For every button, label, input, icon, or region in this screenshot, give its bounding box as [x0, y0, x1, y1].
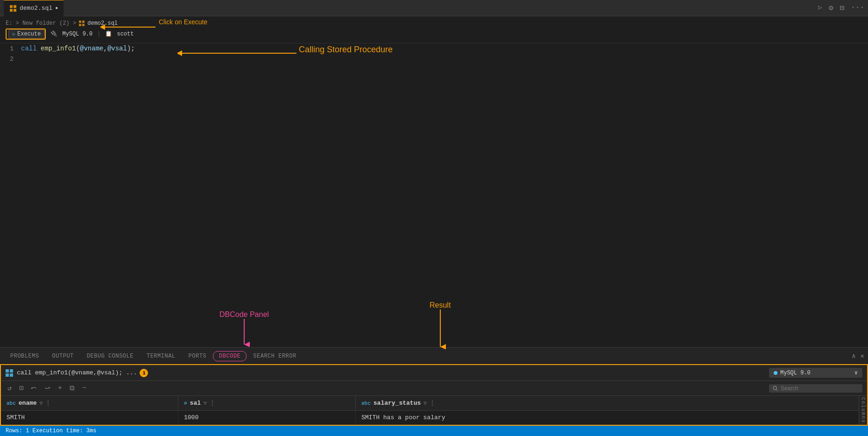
breadcrumb-row: E: > New folder (2) > demo2.sql — [6, 20, 118, 27]
svg-line-21 — [776, 389, 777, 390]
run-icon[interactable]: ▷ — [818, 3, 822, 13]
func-name: emp_info1 — [41, 45, 76, 52]
tab-terminal[interactable]: TERMINAL — [140, 351, 182, 361]
connection-label: MySQL 9.0 — [62, 31, 92, 37]
dbcode-results-wrapper: call emp_info1(@vname,@vsal); ... 1 MySQ… — [0, 364, 868, 426]
panel-collapse-icon[interactable]: ∧ — [852, 352, 855, 360]
undo-icon[interactable]: ⤺ — [29, 383, 39, 394]
keyword-call: call — [21, 45, 37, 52]
table-icon — [6, 369, 13, 377]
svg-rect-1 — [14, 5, 16, 8]
tab-output[interactable]: OUTPUT — [46, 351, 80, 361]
query-label: call emp_info1(@vname,@vsal); ... 1 — [17, 369, 148, 377]
table-row[interactable]: SMITH 1000 SMITH has a poor salary — [1, 411, 859, 425]
col-header-ename: abc ename ▽ ⋮ — [1, 396, 178, 410]
col-name-salary-status: salary_status — [374, 400, 421, 407]
editor-area: 1 call emp_info1(@vname,@vsal); 2 Callin… — [0, 43, 868, 347]
user-icon: 📋 — [105, 30, 112, 37]
filter-icon-ename[interactable]: ▽ — [40, 400, 43, 406]
panel-tabs-bar: PROBLEMS OUTPUT DEBUG CONSOLE TERMINAL P… — [0, 347, 868, 364]
title-bar: demo2.sql ● ▷ ⚙ ⊟ ··· — [0, 0, 868, 16]
tab-search-error[interactable]: SEARCH ERROR — [247, 351, 303, 361]
tab-dbcode[interactable]: DBCODE — [213, 351, 247, 361]
svg-rect-4 — [79, 21, 81, 23]
table-scroll-area: abc ename ▽ ⋮ # sal ▽ ⋮ abc salary_statu… — [1, 396, 859, 425]
play-icon: ▷ — [13, 31, 15, 37]
search-box[interactable] — [769, 384, 862, 393]
connection-dropdown[interactable]: MySQL 9.0 ∨ — [769, 368, 862, 378]
col-name-ename: ename — [19, 400, 37, 407]
svg-rect-6 — [79, 24, 81, 26]
save-icon[interactable]: ⊡ — [17, 383, 25, 394]
tab-filename: demo2.sql — [20, 5, 52, 12]
add-row-icon[interactable]: + — [56, 383, 64, 393]
breadcrumb-file: demo2.sql — [87, 20, 118, 27]
tab-ports[interactable]: PORTS — [182, 351, 213, 361]
svg-rect-0 — [10, 5, 13, 8]
layout-icon[interactable]: ⊟ — [840, 3, 845, 13]
code-line-1: 1 call emp_info1(@vname,@vsal); — [0, 43, 868, 54]
click-execute-text: Click on Execute — [159, 18, 207, 26]
menu-icon-ename[interactable]: ⋮ — [45, 400, 51, 407]
title-bar-actions: ▷ ⚙ ⊟ ··· — [818, 3, 864, 13]
svg-rect-16 — [6, 369, 9, 373]
param1: @vname — [80, 45, 103, 52]
svg-rect-18 — [6, 373, 9, 377]
col-type-salary-status: abc — [361, 401, 371, 406]
cell-salary-status-1: SMITH has a poor salary — [356, 411, 859, 424]
code-line-2: 2 — [0, 54, 868, 64]
result-table-header: abc ename ▽ ⋮ # sal ▽ ⋮ abc salary_statu… — [1, 396, 859, 411]
col-header-sal: # sal ▽ ⋮ — [178, 396, 356, 410]
copy-icon[interactable]: ⧉ — [68, 383, 77, 394]
tab-debug-console[interactable]: DEBUG CONSOLE — [80, 351, 140, 361]
svg-rect-5 — [82, 21, 85, 23]
execute-button[interactable]: ▷ Execute — [8, 29, 45, 39]
svg-point-20 — [773, 386, 776, 389]
panel-tab-actions: ∧ ✕ — [852, 352, 864, 360]
semicolon: ; — [131, 45, 134, 52]
editor-tab[interactable]: demo2.sql ● — [4, 0, 64, 16]
svg-rect-3 — [14, 9, 16, 12]
svg-rect-2 — [10, 9, 13, 12]
more-icon[interactable]: ··· — [851, 3, 864, 13]
col-name-sal: sal — [190, 400, 201, 407]
user-label: scott — [117, 31, 134, 37]
search-input[interactable] — [781, 385, 859, 392]
conn-dot — [774, 371, 777, 375]
delete-icon[interactable]: − — [80, 383, 88, 393]
file-icon — [9, 5, 17, 12]
execute-label: Execute — [17, 31, 41, 37]
search-icon — [773, 386, 778, 391]
redo-icon[interactable]: ⤻ — [42, 383, 52, 394]
settings-icon[interactable]: ⚙ — [829, 3, 833, 13]
filter-icon-sal[interactable]: ▽ — [204, 400, 207, 406]
columns-scrollbar[interactable]: Columns — [859, 396, 867, 425]
connection-icon: 🔌 — [50, 30, 57, 37]
svg-rect-7 — [82, 24, 85, 26]
separator: | — [97, 31, 100, 37]
columns-label: Columns — [861, 397, 866, 423]
breadcrumb-bar: E: > New folder (2) > demo2.sql ▷ Execut… — [0, 16, 868, 43]
query-badge: 1 — [140, 369, 148, 377]
col-type-ename: abc — [7, 401, 16, 406]
tab-problems[interactable]: PROBLEMS — [4, 351, 46, 361]
filter-icon-salary-status[interactable]: ▽ — [423, 400, 427, 406]
table-container: abc ename ▽ ⋮ # sal ▽ ⋮ abc salary_statu… — [1, 396, 867, 425]
svg-rect-17 — [10, 369, 13, 373]
code-content-1[interactable]: call emp_info1(@vname,@vsal); — [21, 45, 135, 52]
breadcrumb-path: E: > New folder (2) > — [6, 20, 76, 27]
svg-rect-19 — [10, 373, 13, 377]
menu-icon-salary-status[interactable]: ⋮ — [430, 400, 435, 407]
dbcode-toolbar: ↺ ⊡ ⤺ ⤻ + ⧉ − — [1, 381, 867, 396]
db-icon-breadcrumb — [79, 21, 85, 26]
status-bar: Rows: 1 Execution time: 3ms — [0, 426, 868, 436]
conn-chevron: ∨ — [854, 369, 858, 376]
menu-icon-sal[interactable]: ⋮ — [210, 400, 215, 407]
tab-modified-dot: ● — [55, 6, 58, 11]
cell-ename-1: SMITH — [1, 411, 178, 424]
param2: @vsal — [107, 45, 127, 52]
paren-open: ( — [76, 45, 80, 52]
refresh-icon[interactable]: ↺ — [6, 383, 14, 394]
panel-close-icon[interactable]: ✕ — [861, 352, 864, 360]
comma: , — [103, 45, 107, 52]
